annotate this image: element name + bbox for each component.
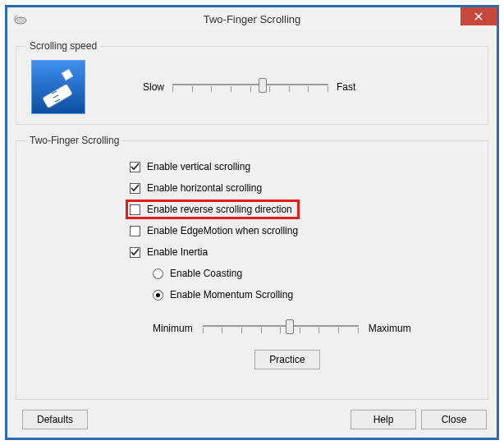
close-button[interactable]: Close	[421, 410, 487, 429]
label-horizontal-scrolling: Enable horizontal scrolling	[147, 182, 262, 194]
touchpad-icon	[31, 60, 85, 114]
checkbox-inertia[interactable]	[130, 247, 140, 258]
label-edgemotion: Enable EdgeMotion when scrolling	[147, 225, 298, 236]
close-icon	[474, 12, 483, 21]
titlebar: Two-Finger Scrolling	[7, 7, 497, 30]
inertia-slider[interactable]	[203, 317, 359, 340]
window-close-button[interactable]	[460, 7, 497, 25]
svg-rect-2	[62, 69, 73, 80]
legend-two-finger: Two-Finger Scrolling	[26, 135, 122, 146]
scrolling-speed-slider[interactable]	[172, 76, 328, 99]
label-maximum: Maximum	[369, 323, 411, 334]
legend-scrolling-speed: Scrolling speed	[26, 40, 100, 52]
help-button[interactable]: Help	[351, 410, 416, 429]
radio-coasting[interactable]	[153, 268, 163, 279]
checkbox-horizontal-scrolling[interactable]	[130, 183, 140, 194]
checkbox-edgemotion[interactable]	[130, 226, 140, 236]
label-inertia: Enable Inertia	[147, 246, 208, 258]
label-fast: Fast	[337, 81, 355, 93]
svg-point-0	[15, 17, 26, 24]
checkbox-vertical-scrolling[interactable]	[130, 162, 140, 172]
practice-button[interactable]: Practice	[254, 350, 320, 369]
button-bar: Defaults Help Close	[16, 406, 488, 431]
slider-thumb[interactable]	[259, 78, 267, 93]
window-title: Two-Finger Scrolling	[7, 13, 497, 25]
group-two-finger-scrolling: Two-Finger Scrolling Enable vertical scr…	[16, 135, 488, 400]
radio-momentum[interactable]	[153, 290, 163, 300]
label-vertical-scrolling: Enable vertical scrolling	[147, 161, 250, 172]
app-icon	[12, 11, 29, 27]
label-slow: Slow	[143, 81, 164, 93]
checkbox-reverse-scrolling[interactable]	[130, 204, 140, 215]
slider-thumb[interactable]	[286, 319, 294, 334]
label-momentum: Enable Momentum Scrolling	[170, 289, 293, 300]
label-coasting: Enable Coasting	[170, 268, 242, 279]
highlight-reverse-scrolling: Enable reverse scrolling direction	[126, 200, 300, 219]
group-scrolling-speed: Scrolling speed Slow Fas	[16, 40, 488, 125]
defaults-button[interactable]: Defaults	[22, 410, 88, 429]
label-minimum: Minimum	[153, 323, 193, 334]
label-reverse-scrolling: Enable reverse scrolling direction	[147, 204, 292, 215]
